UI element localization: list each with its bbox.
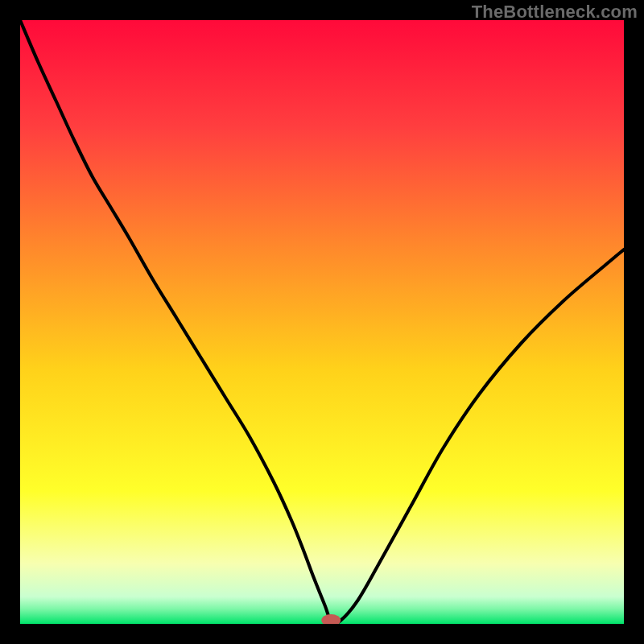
- chart-frame: TheBottleneck.com: [0, 0, 644, 644]
- bottleneck-chart: [20, 20, 624, 624]
- gradient-background: [20, 20, 624, 624]
